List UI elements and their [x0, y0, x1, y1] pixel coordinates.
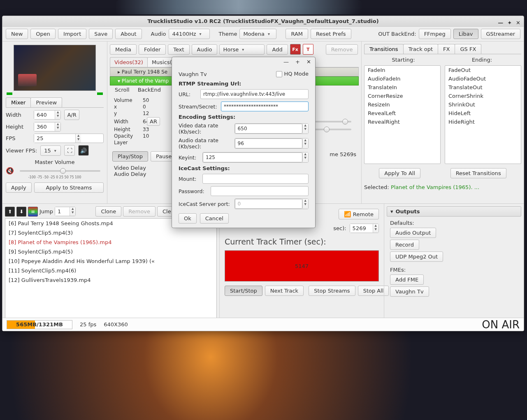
add-folder-button[interactable]: Folder [139, 44, 166, 55]
apply-all-button[interactable]: Apply To All [379, 168, 420, 178]
viewer-fps-select[interactable]: 15 [40, 145, 61, 156]
ffmpeg-button[interactable]: FFmpeg [419, 29, 451, 39]
vaughn-tv-button[interactable]: Vaughn Tv [390, 286, 429, 297]
gstreamer-button[interactable]: GStreamer [481, 29, 520, 39]
ar-button[interactable]: A/R [64, 110, 79, 120]
up-icon[interactable]: ⬆ [5, 207, 15, 217]
password-input[interactable] [211, 186, 309, 196]
audio-rate-select[interactable]: 44100Hz [169, 29, 210, 39]
iceport-spinner[interactable]: ▲▼ [234, 198, 309, 209]
hq-checkbox[interactable] [276, 71, 282, 77]
dlg-maximize-icon[interactable]: + [295, 59, 300, 65]
theme-select[interactable]: Modena [239, 29, 276, 39]
reset-prefs-button[interactable]: Reset Prefs [311, 29, 351, 39]
dlg-close-icon[interactable]: ✕ [306, 59, 311, 65]
apply-streams-button[interactable]: Apply to Streams [34, 182, 104, 193]
open-button[interactable]: Open [30, 29, 56, 39]
outputs-title[interactable]: ▾Outputs [387, 206, 521, 217]
end-trans-item[interactable]: ShrinkOut [445, 100, 521, 109]
start-trans-item[interactable]: TranslateIn [364, 83, 440, 92]
video-rate-spinner[interactable]: ▲▼ [234, 123, 309, 134]
start-trans-item[interactable]: RevealRight [364, 118, 440, 126]
save-button[interactable]: Save [89, 29, 113, 39]
scroll-tab[interactable]: Scroll [115, 87, 130, 93]
playlist-item[interactable]: [12] GulliversTravels1939.mp4 [5, 275, 216, 285]
ar-prop-button[interactable]: AR [147, 117, 160, 126]
audio-output-button[interactable]: Audio Output [390, 228, 436, 238]
close-icon[interactable]: ✕ [516, 18, 520, 28]
start-transitions-list[interactable]: FadeInAudioFadeInTranslateInCornerResize… [364, 65, 441, 164]
add-audio-button[interactable]: Audio [192, 44, 218, 55]
end-trans-item[interactable]: AudioFadeOut [445, 74, 521, 83]
url-input[interactable] [200, 89, 309, 99]
playlist[interactable]: [6] Paul Terry 1948 Seeing Ghosts.mp4[7]… [5, 218, 217, 320]
mount-input[interactable] [202, 174, 309, 184]
start-trans-item[interactable]: ResizeIn [364, 100, 440, 109]
ok-button[interactable]: Ok [179, 213, 197, 224]
playlist-item[interactable]: [10] Popeye Aladdin And His Wonderful La… [5, 256, 216, 266]
jump-spinner[interactable]: ▲▼ [55, 207, 76, 216]
height-spinner[interactable]: ▲▼ [34, 122, 61, 132]
list-icon[interactable]: ≡ [28, 207, 38, 217]
stop-streams-button[interactable]: Stop Streams [309, 286, 355, 296]
fps-spinner[interactable]: ▲▼ [34, 134, 104, 143]
udp-mpeg2-button[interactable]: UDP Mpeg2 Out [390, 252, 443, 262]
start-trans-item[interactable]: CornerResize [364, 92, 440, 100]
start-stop-button[interactable]: Start/Stop [225, 286, 262, 296]
add-text-button[interactable]: Text [168, 44, 189, 55]
add-button[interactable]: Add [267, 44, 288, 55]
end-trans-item[interactable]: TranslateOut [445, 83, 521, 92]
libav-button[interactable]: Libav [453, 29, 478, 39]
fx-tab[interactable]: FX [438, 44, 455, 54]
end-trans-item[interactable]: FadeOut [445, 66, 521, 74]
animal-select[interactable]: Horse [219, 44, 265, 55]
gsfx-tab[interactable]: GS FX [455, 44, 481, 54]
videos-tab[interactable]: Videos(32) [110, 57, 148, 67]
add-fme-button[interactable]: Add FME [390, 275, 424, 285]
clone-button[interactable]: Clone [95, 206, 121, 217]
play-stop-button[interactable]: Play/Stop [112, 151, 148, 162]
end-trans-item[interactable]: HideRight [445, 118, 521, 126]
end-trans-item[interactable]: CornerShrink [445, 92, 521, 100]
start-trans-item[interactable]: AudioFadeIn [364, 74, 440, 83]
new-button[interactable]: New [6, 29, 28, 39]
effect2-icon[interactable]: T [303, 44, 313, 55]
backend-tab[interactable]: BackEnd [138, 87, 161, 93]
playlist-item[interactable]: [8] Planet of the Vampires (1965).mp4 [5, 238, 216, 247]
add-media-button[interactable]: Media [110, 44, 137, 55]
start-trans-item[interactable]: FadeIn [364, 66, 440, 74]
playlist-item[interactable]: [9] SoylentClip5.mp4(5) [5, 247, 216, 256]
dlg-minimize-icon[interactable]: — [283, 59, 289, 65]
playlist-item[interactable]: [11] SoylentClip5.mp4(6) [5, 266, 216, 275]
playlist-item[interactable]: [7] SoylentClip5.mp4(3) [5, 228, 216, 238]
tab-mixer[interactable]: Mixer [6, 97, 31, 107]
down-icon[interactable]: ⬇ [16, 207, 26, 217]
end-trans-item[interactable]: HideLeft [445, 109, 521, 118]
next-track-button[interactable]: Next Track [265, 286, 304, 296]
transitions-tab[interactable]: Transitions [364, 44, 404, 54]
tab-preview[interactable]: Preview [30, 97, 62, 107]
master-volume-slider[interactable] [20, 170, 100, 172]
fullscreen-icon[interactable]: ⛶ [64, 145, 75, 156]
trackopt-tab[interactable]: Track opt [403, 44, 438, 54]
effect1-icon[interactable]: Fx [290, 44, 301, 55]
duration-spinner[interactable]: ▲▼ [350, 224, 379, 233]
import-button[interactable]: Import [58, 29, 86, 39]
apply-button[interactable]: Apply [6, 182, 32, 193]
cancel-button[interactable]: Cancel [200, 213, 229, 224]
record-button[interactable]: Record [390, 240, 419, 250]
audio-rate-spinner[interactable]: ▲▼ [234, 138, 309, 149]
about-button[interactable]: About [115, 29, 142, 39]
end-transitions-list[interactable]: FadeOutAudioFadeOutTranslateOutCornerShr… [445, 65, 521, 164]
stream-secret-input[interactable] [221, 102, 309, 111]
minimize-icon[interactable]: — [498, 18, 503, 28]
maximize-icon[interactable]: ✦ [507, 18, 512, 28]
pl-remove-button[interactable]: Remove [123, 206, 156, 217]
reset-transitions-button[interactable]: Reset Transitions [450, 168, 506, 178]
keyint-spinner[interactable]: ▲▼ [202, 152, 309, 163]
ram-button[interactable]: RAM [286, 29, 308, 39]
remove-button[interactable]: Remove [326, 44, 358, 55]
remote-button[interactable]: 📶 Remote [339, 209, 379, 219]
speaker-icon[interactable]: 🔊 [78, 145, 89, 156]
width-spinner[interactable]: ▲▼ [34, 110, 61, 120]
